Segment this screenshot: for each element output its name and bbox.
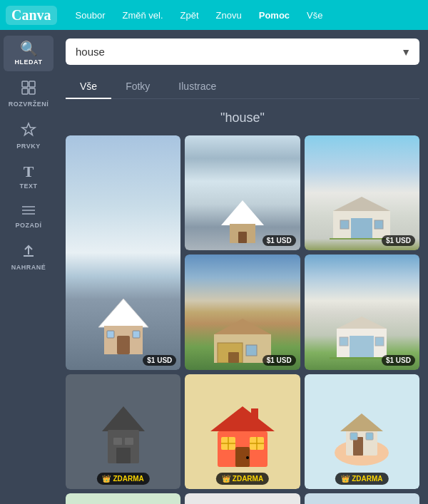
results-title: "house" — [66, 110, 419, 125]
grid-item-11[interactable]: 👑 ZDARMA — [305, 493, 419, 504]
sidebar-item-nahrane[interactable]: NAHRANÉ — [4, 237, 54, 277]
price-badge-1: $1 USD — [143, 355, 176, 366]
main-layout: 🔍 HLEDAT ROZVRŽENÍ PRVKY T — [0, 30, 428, 504]
sidebar-item-hledat[interactable]: 🔍 HLEDAT — [4, 36, 54, 71]
grid-item-7[interactable]: 👑 ZDARMA — [185, 374, 300, 489]
svg-rect-2 — [22, 88, 28, 94]
sidebar-label-text: TEXT — [19, 182, 37, 190]
svg-rect-15 — [133, 331, 140, 338]
svg-rect-34 — [375, 337, 384, 346]
svg-rect-23 — [374, 220, 383, 229]
sidebar-label-hledat: HLEDAT — [15, 58, 43, 66]
search-icon: 🔍 — [20, 41, 38, 56]
nav-pomoc[interactable]: Pomoc — [252, 7, 297, 24]
svg-rect-43 — [251, 408, 258, 423]
svg-rect-14 — [107, 331, 114, 338]
svg-rect-28 — [246, 345, 257, 356]
canva-logo[interactable]: Canva — [6, 6, 57, 25]
elements-icon — [21, 122, 36, 140]
crown-icon-8: 👑 — [341, 475, 350, 483]
svg-rect-29 — [228, 352, 239, 363]
svg-marker-54 — [340, 413, 383, 431]
svg-rect-0 — [22, 81, 28, 87]
upload-icon — [21, 243, 36, 261]
svg-rect-40 — [116, 448, 131, 463]
svg-rect-56 — [350, 433, 357, 440]
tab-ilustrace[interactable]: Ilustrace — [164, 75, 230, 99]
sidebar: 🔍 HLEDAT ROZVRŽENÍ PRVKY T — [0, 30, 57, 504]
svg-rect-1 — [29, 81, 35, 87]
background-icon — [21, 204, 36, 219]
nav-zpet[interactable]: Zpět — [173, 7, 206, 24]
image-grid: $1 USD $1 USD — [66, 135, 419, 504]
grid-item-10[interactable]: 👑 ZDARMA — [185, 493, 300, 504]
svg-marker-11 — [98, 299, 148, 327]
grid-item-4[interactable]: $1 USD — [185, 254, 300, 369]
svg-marker-42 — [210, 406, 275, 431]
grid-item-2[interactable]: $1 USD — [185, 135, 300, 250]
grid-item-3[interactable]: $1 USD — [305, 135, 419, 250]
svg-rect-22 — [340, 220, 349, 229]
price-badge-3: $1 USD — [382, 235, 415, 246]
tabs-bar: Vše Fotky Ilustrace — [66, 75, 419, 99]
svg-marker-4 — [22, 123, 35, 135]
nav-soubor[interactable]: Soubor — [68, 7, 113, 24]
content-panel: ▼ Vše Fotky Ilustrace "house" — [57, 30, 428, 504]
free-badge-6: 👑 ZDARMA — [96, 473, 149, 485]
svg-rect-13 — [117, 336, 130, 354]
price-badge-4: $1 USD — [263, 355, 296, 366]
crown-icon-6: 👑 — [102, 475, 111, 483]
price-badge-2: $1 USD — [263, 235, 296, 246]
crown-icon-7: 👑 — [222, 475, 230, 483]
svg-rect-32 — [350, 336, 374, 359]
sidebar-label-nahrane: NAHRANÉ — [11, 264, 46, 271]
svg-marker-31 — [337, 317, 387, 329]
svg-rect-18 — [238, 232, 247, 243]
svg-rect-38 — [113, 438, 122, 445]
nav-znovu[interactable]: Znovu — [209, 7, 249, 24]
sidebar-item-rozvrzeni[interactable]: ROZVRŽENÍ — [4, 74, 54, 113]
nav-vse[interactable]: Vše — [300, 7, 330, 24]
sidebar-item-text[interactable]: T TEXT — [4, 158, 54, 195]
svg-rect-57 — [366, 433, 373, 440]
tab-vse[interactable]: Vše — [66, 75, 111, 99]
free-badge-8: 👑 ZDARMA — [335, 473, 388, 485]
search-input[interactable] — [66, 38, 419, 65]
top-nav: Canva Soubor Změň vel. Zpět Znovu Pomoc … — [0, 0, 428, 30]
grid-item-8[interactable]: 👑 ZDARMA — [305, 374, 419, 489]
svg-marker-36 — [102, 406, 145, 431]
grid-item-6[interactable]: 👑 ZDARMA — [66, 374, 180, 489]
sidebar-label-prvky: PRVKY — [16, 143, 40, 150]
grid-item-5[interactable]: $1 USD — [305, 254, 419, 369]
nav-zmenv[interactable]: Změň vel. — [116, 7, 170, 24]
svg-rect-33 — [340, 337, 348, 346]
sidebar-label-pozadi: POZADÍ — [15, 222, 41, 229]
tab-fotky[interactable]: Fotky — [111, 75, 164, 99]
svg-rect-3 — [29, 88, 35, 94]
sidebar-item-prvky[interactable]: PRVKY — [4, 116, 54, 155]
svg-marker-20 — [333, 197, 390, 211]
search-container: ▼ — [66, 38, 419, 65]
svg-point-51 — [246, 456, 249, 459]
price-badge-5: $1 USD — [382, 355, 415, 366]
svg-marker-26 — [214, 319, 271, 334]
svg-marker-16 — [221, 200, 264, 225]
layout-icon — [21, 80, 36, 98]
grid-item-9[interactable]: 👑 ZDARMA — [66, 493, 180, 504]
svg-rect-21 — [351, 218, 372, 240]
sidebar-label-rozvrzeni: ROZVRŽENÍ — [9, 101, 49, 108]
svg-rect-39 — [125, 438, 133, 445]
free-badge-7: 👑 ZDARMA — [216, 473, 269, 485]
sidebar-item-pozadi[interactable]: POZADÍ — [4, 198, 54, 235]
grid-item-1[interactable]: $1 USD — [66, 135, 180, 370]
text-icon: T — [24, 164, 34, 180]
